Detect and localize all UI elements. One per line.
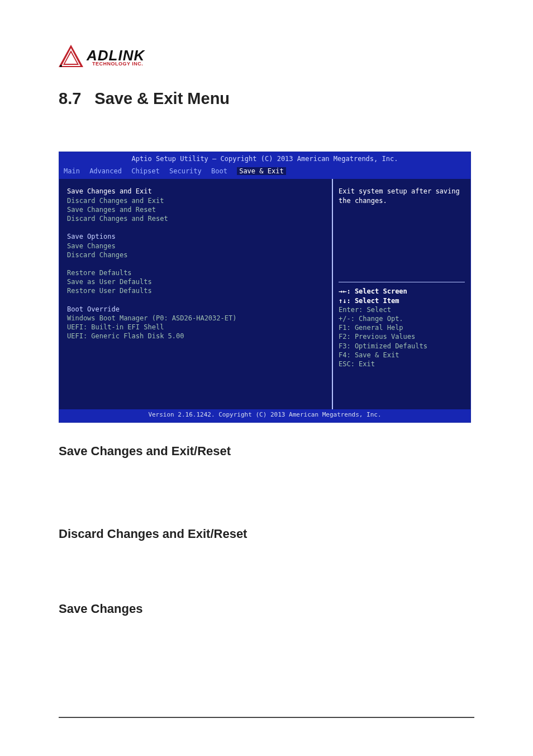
- bios-help-text: Exit system setup after saving the chang…: [339, 187, 465, 205]
- bios-item[interactable]: Discard Changes and Exit: [67, 196, 327, 205]
- bios-right-pane: Exit system setup after saving the chang…: [333, 179, 470, 409]
- bios-tabbar: Main Advanced Chipset Security Boot Save…: [59, 166, 470, 179]
- bios-tab-saveexit[interactable]: Save & Exit: [237, 167, 285, 175]
- bios-key-hint: F1: General Help: [339, 323, 465, 332]
- svg-point-4: [60, 65, 62, 67]
- bios-item[interactable]: Restore User Defaults: [67, 286, 327, 295]
- bios-item[interactable]: Windows Boot Manager (P0: ASD26-HA2032-E…: [67, 314, 327, 323]
- bios-item[interactable]: Save Changes: [67, 242, 327, 251]
- bios-item[interactable]: Discard Changes: [67, 251, 327, 259]
- subheading-save-changes: Save Changes: [59, 602, 474, 616]
- bios-key-hint: +/-: Change Opt.: [339, 314, 465, 323]
- bios-key-hint: ↑↓: Select Item: [339, 296, 465, 305]
- subheading-discard-exit: Discard Changes and Exit/Reset: [59, 527, 474, 541]
- bios-item[interactable]: UEFI: Generic Flash Disk 5.00: [67, 332, 327, 341]
- logo: ADLINK TECHNOLOGY INC.: [59, 45, 474, 69]
- logo-sub-text: TECHNOLOGY INC.: [92, 62, 145, 67]
- logo-brand-text: ADLINK: [87, 48, 145, 63]
- bios-key-hint: →←: Select Screen: [339, 287, 465, 296]
- bios-left-pane: Save Changes and Exit Discard Changes an…: [59, 179, 333, 409]
- bios-item[interactable]: Save Changes and Reset: [67, 205, 327, 214]
- footer-rule: [59, 717, 474, 718]
- bios-tab-boot[interactable]: Boot: [211, 167, 227, 175]
- bios-item[interactable]: UEFI: Built-in EFI Shell: [67, 323, 327, 332]
- bios-screenshot: Aptio Setup Utility – Copyright (C) 2013…: [59, 152, 471, 423]
- bios-item-selected[interactable]: Save Changes and Exit: [67, 187, 327, 196]
- bios-key-hint: F3: Optimized Defaults: [339, 342, 465, 351]
- bios-group-header: Save Options: [67, 232, 327, 241]
- bios-key-hint: Enter: Select: [339, 305, 465, 314]
- bios-key-hint: ESC: Exit: [339, 360, 465, 368]
- bios-item[interactable]: Discard Changes and Reset: [67, 214, 327, 223]
- bios-tab-security[interactable]: Security: [169, 167, 202, 175]
- bios-tab-main[interactable]: Main: [64, 167, 80, 175]
- bios-key-hint: F2: Previous Values: [339, 332, 465, 341]
- bios-tab-advanced[interactable]: Advanced: [89, 167, 122, 175]
- bios-footer: Version 2.16.1242. Copyright (C) 2013 Am…: [59, 409, 470, 422]
- section-title: Save & Exit Menu: [94, 89, 230, 108]
- bios-item[interactable]: Save as User Defaults: [67, 277, 327, 286]
- subheading-save-exit: Save Changes and Exit/Reset: [59, 444, 474, 459]
- section-heading: 8.7 Save & Exit Menu: [59, 89, 474, 108]
- bios-title: Aptio Setup Utility – Copyright (C) 2013…: [59, 152, 470, 166]
- bios-tab-chipset[interactable]: Chipset: [131, 167, 160, 175]
- section-number: 8.7: [59, 89, 81, 108]
- bios-group-header: Boot Override: [67, 305, 327, 314]
- bios-key-hint: F4: Save & Exit: [339, 351, 465, 360]
- logo-triangle-icon: [59, 45, 83, 69]
- bios-item[interactable]: Restore Defaults: [67, 268, 327, 277]
